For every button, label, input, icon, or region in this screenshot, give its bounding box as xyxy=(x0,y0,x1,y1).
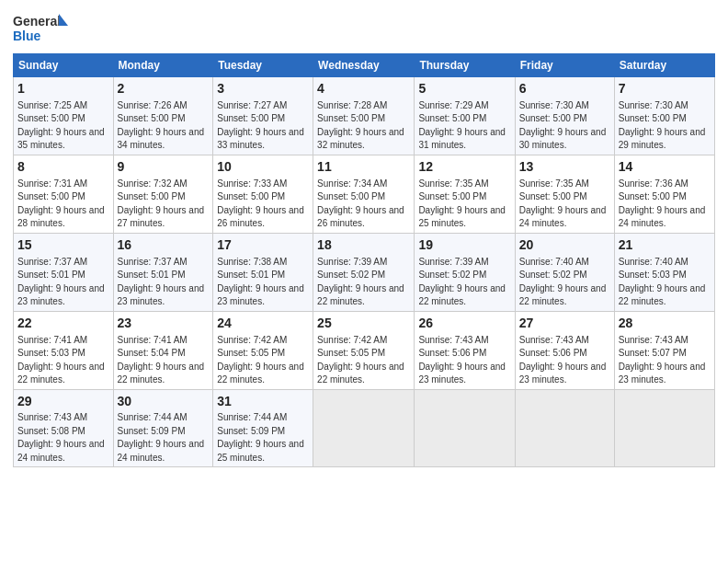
day-detail: Sunrise: 7:32 AMSunset: 5:00 PMDaylight:… xyxy=(118,178,205,229)
day-detail: Sunrise: 7:30 AMSunset: 5:00 PMDaylight:… xyxy=(619,100,706,151)
day-number: 14 xyxy=(619,158,711,176)
calendar-cell: 16 Sunrise: 7:37 AMSunset: 5:01 PMDaylig… xyxy=(113,233,213,311)
calendar-cell: 20 Sunrise: 7:40 AMSunset: 5:02 PMDaylig… xyxy=(515,233,614,311)
day-detail: Sunrise: 7:44 AMSunset: 5:09 PMDaylight:… xyxy=(217,412,304,463)
day-detail: Sunrise: 7:26 AMSunset: 5:00 PMDaylight:… xyxy=(118,100,205,151)
calendar-cell: 22 Sunrise: 7:41 AMSunset: 5:03 PMDaylig… xyxy=(14,311,114,389)
day-number: 18 xyxy=(317,236,410,254)
day-number: 13 xyxy=(519,158,610,176)
header-saturday: Saturday xyxy=(614,54,714,77)
day-number: 6 xyxy=(519,80,610,98)
calendar-cell: 10 Sunrise: 7:33 AMSunset: 5:00 PMDaylig… xyxy=(213,155,313,233)
day-detail: Sunrise: 7:41 AMSunset: 5:04 PMDaylight:… xyxy=(118,335,205,385)
calendar-week-row: 1 Sunrise: 7:25 AMSunset: 5:00 PMDayligh… xyxy=(14,77,715,155)
day-number: 29 xyxy=(17,393,109,410)
day-number: 3 xyxy=(217,80,309,98)
day-detail: Sunrise: 7:35 AMSunset: 5:00 PMDaylight:… xyxy=(418,178,506,229)
day-number: 27 xyxy=(519,315,610,332)
day-detail: Sunrise: 7:37 AMSunset: 5:01 PMDaylight:… xyxy=(17,257,105,307)
header-thursday: Thursday xyxy=(415,54,515,77)
day-detail: Sunrise: 7:27 AMSunset: 5:00 PMDaylight:… xyxy=(217,100,304,151)
calendar-cell xyxy=(313,389,415,467)
day-detail: Sunrise: 7:39 AMSunset: 5:02 PMDaylight:… xyxy=(317,257,404,307)
day-number: 21 xyxy=(619,236,711,254)
day-detail: Sunrise: 7:39 AMSunset: 5:02 PMDaylight:… xyxy=(418,257,506,307)
calendar-cell: 7 Sunrise: 7:30 AMSunset: 5:00 PMDayligh… xyxy=(614,77,714,155)
header: General Blue xyxy=(13,9,715,48)
day-detail: Sunrise: 7:43 AMSunset: 5:06 PMDaylight:… xyxy=(519,335,607,385)
day-number: 22 xyxy=(17,315,109,332)
svg-marker-2 xyxy=(59,14,68,26)
logo-svg: General Blue xyxy=(13,9,68,48)
svg-text:General: General xyxy=(13,14,61,29)
calendar-cell xyxy=(515,389,614,467)
day-number: 2 xyxy=(118,80,210,98)
day-detail: Sunrise: 7:34 AMSunset: 5:00 PMDaylight:… xyxy=(317,178,404,229)
calendar-cell: 8 Sunrise: 7:31 AMSunset: 5:00 PMDayligh… xyxy=(14,155,114,233)
day-detail: Sunrise: 7:35 AMSunset: 5:00 PMDaylight:… xyxy=(519,178,607,229)
header-friday: Friday xyxy=(515,54,614,77)
header-monday: Monday xyxy=(113,54,213,77)
calendar-cell: 5 Sunrise: 7:29 AMSunset: 5:00 PMDayligh… xyxy=(415,77,515,155)
calendar-week-row: 15 Sunrise: 7:37 AMSunset: 5:01 PMDaylig… xyxy=(14,233,715,311)
day-number: 20 xyxy=(519,236,610,254)
calendar-cell: 3 Sunrise: 7:27 AMSunset: 5:00 PMDayligh… xyxy=(213,77,313,155)
calendar-cell: 1 Sunrise: 7:25 AMSunset: 5:00 PMDayligh… xyxy=(14,77,114,155)
day-number: 4 xyxy=(317,80,410,98)
day-number: 10 xyxy=(217,158,309,176)
day-number: 16 xyxy=(118,236,210,254)
day-number: 31 xyxy=(217,393,309,410)
calendar-cell xyxy=(415,389,515,467)
weekday-header-row: Sunday Monday Tuesday Wednesday Thursday… xyxy=(14,54,715,77)
day-number: 5 xyxy=(418,80,510,98)
svg-text:Blue: Blue xyxy=(13,29,41,43)
page-container: General Blue Sunday Monday Tuesday Wedne… xyxy=(0,0,728,477)
calendar-cell: 25 Sunrise: 7:42 AMSunset: 5:05 PMDaylig… xyxy=(313,311,415,389)
calendar-table: Sunday Monday Tuesday Wednesday Thursday… xyxy=(13,53,715,467)
day-number: 19 xyxy=(418,236,510,254)
day-number: 28 xyxy=(619,315,711,332)
calendar-cell: 19 Sunrise: 7:39 AMSunset: 5:02 PMDaylig… xyxy=(415,233,515,311)
calendar-cell: 4 Sunrise: 7:28 AMSunset: 5:00 PMDayligh… xyxy=(313,77,415,155)
calendar-cell: 30 Sunrise: 7:44 AMSunset: 5:09 PMDaylig… xyxy=(113,389,213,467)
day-detail: Sunrise: 7:43 AMSunset: 5:08 PMDaylight:… xyxy=(17,412,105,463)
day-number: 30 xyxy=(118,393,210,410)
day-number: 24 xyxy=(217,315,309,332)
day-number: 17 xyxy=(217,236,309,254)
calendar-cell: 24 Sunrise: 7:42 AMSunset: 5:05 PMDaylig… xyxy=(213,311,313,389)
day-number: 23 xyxy=(118,315,210,332)
logo: General Blue xyxy=(13,9,68,48)
day-detail: Sunrise: 7:37 AMSunset: 5:01 PMDaylight:… xyxy=(118,257,205,307)
day-detail: Sunrise: 7:31 AMSunset: 5:00 PMDaylight:… xyxy=(17,178,105,229)
day-detail: Sunrise: 7:36 AMSunset: 5:00 PMDaylight:… xyxy=(619,178,706,229)
calendar-cell: 27 Sunrise: 7:43 AMSunset: 5:06 PMDaylig… xyxy=(515,311,614,389)
header-wednesday: Wednesday xyxy=(313,54,415,77)
day-detail: Sunrise: 7:29 AMSunset: 5:00 PMDaylight:… xyxy=(418,100,506,151)
calendar-week-row: 8 Sunrise: 7:31 AMSunset: 5:00 PMDayligh… xyxy=(14,155,715,233)
calendar-cell: 14 Sunrise: 7:36 AMSunset: 5:00 PMDaylig… xyxy=(614,155,714,233)
day-number: 9 xyxy=(118,158,210,176)
calendar-cell: 29 Sunrise: 7:43 AMSunset: 5:08 PMDaylig… xyxy=(14,389,114,467)
calendar-cell: 18 Sunrise: 7:39 AMSunset: 5:02 PMDaylig… xyxy=(313,233,415,311)
day-number: 1 xyxy=(17,80,109,98)
calendar-week-row: 22 Sunrise: 7:41 AMSunset: 5:03 PMDaylig… xyxy=(14,311,715,389)
day-number: 25 xyxy=(317,315,410,332)
calendar-cell: 17 Sunrise: 7:38 AMSunset: 5:01 PMDaylig… xyxy=(213,233,313,311)
day-detail: Sunrise: 7:28 AMSunset: 5:00 PMDaylight:… xyxy=(317,100,404,151)
day-detail: Sunrise: 7:33 AMSunset: 5:00 PMDaylight:… xyxy=(217,178,304,229)
header-tuesday: Tuesday xyxy=(213,54,313,77)
day-number: 11 xyxy=(317,158,410,176)
day-detail: Sunrise: 7:38 AMSunset: 5:01 PMDaylight:… xyxy=(217,257,304,307)
calendar-cell: 23 Sunrise: 7:41 AMSunset: 5:04 PMDaylig… xyxy=(113,311,213,389)
day-number: 15 xyxy=(17,236,109,254)
calendar-cell: 28 Sunrise: 7:43 AMSunset: 5:07 PMDaylig… xyxy=(614,311,714,389)
calendar-cell: 31 Sunrise: 7:44 AMSunset: 5:09 PMDaylig… xyxy=(213,389,313,467)
day-detail: Sunrise: 7:30 AMSunset: 5:00 PMDaylight:… xyxy=(519,100,607,151)
day-detail: Sunrise: 7:43 AMSunset: 5:06 PMDaylight:… xyxy=(418,335,506,385)
day-detail: Sunrise: 7:41 AMSunset: 5:03 PMDaylight:… xyxy=(17,335,105,385)
header-sunday: Sunday xyxy=(14,54,114,77)
day-detail: Sunrise: 7:40 AMSunset: 5:03 PMDaylight:… xyxy=(619,257,706,307)
day-number: 26 xyxy=(418,315,510,332)
calendar-cell: 2 Sunrise: 7:26 AMSunset: 5:00 PMDayligh… xyxy=(113,77,213,155)
calendar-cell: 12 Sunrise: 7:35 AMSunset: 5:00 PMDaylig… xyxy=(415,155,515,233)
